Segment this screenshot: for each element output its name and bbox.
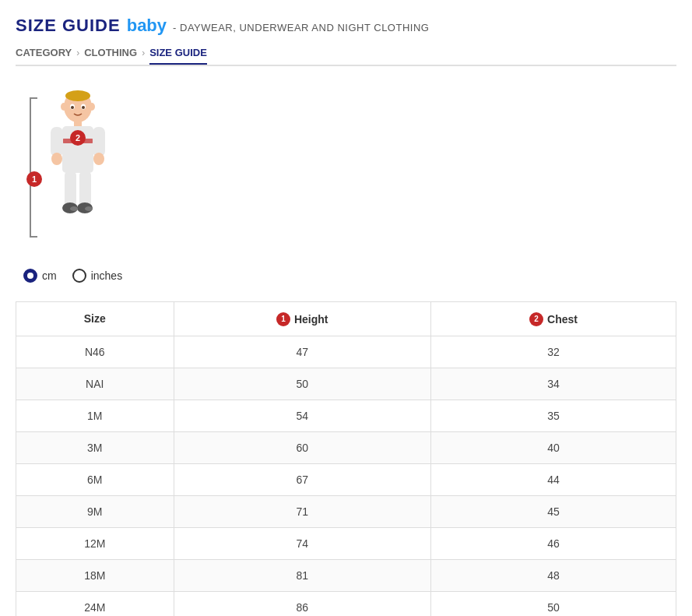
cm-label: cm — [42, 269, 57, 282]
bracket-line — [30, 97, 31, 238]
figure-area: 1 2 — [16, 90, 676, 245]
svg-point-3 — [89, 103, 95, 111]
cell-size: 1M — [16, 400, 174, 431]
bracket-top — [30, 97, 37, 99]
svg-rect-11 — [51, 127, 63, 157]
table-head: Size 1 Height 2 Chest — [16, 302, 676, 336]
page-wrapper: SIZE GUIDE baby - DAYWEAR, UNDERWEAR AND… — [0, 0, 692, 616]
cell-size: 9M — [16, 495, 174, 527]
cell-size: 12M — [16, 527, 174, 559]
cell-height: 54 — [174, 400, 430, 431]
table-row: 12M7446 — [16, 527, 676, 559]
table-row: N464732 — [16, 336, 676, 368]
cell-size: 24M — [16, 591, 174, 616]
cell-height: 81 — [174, 559, 430, 591]
cell-chest: 40 — [430, 431, 676, 463]
cell-height: 71 — [174, 495, 430, 527]
svg-point-1 — [65, 90, 90, 101]
cell-chest: 35 — [430, 400, 676, 431]
cell-height: 86 — [174, 591, 430, 616]
cell-height: 47 — [174, 336, 430, 368]
baby-figure — [43, 90, 113, 234]
baby-label: baby — [127, 16, 167, 36]
breadcrumb-sep-2: › — [142, 48, 145, 58]
table-header-row: Size 1 Height 2 Chest — [16, 302, 676, 336]
cell-size: NAI — [16, 368, 174, 400]
cell-height: 60 — [174, 431, 430, 463]
breadcrumb-clothing[interactable]: CLOTHING — [84, 47, 137, 58]
size-table: Size 1 Height 2 Chest N464732NAI50341M54… — [16, 301, 676, 616]
breadcrumb-sep-1: › — [76, 48, 79, 58]
unit-toggle: cm inches — [16, 269, 676, 283]
page-header: SIZE GUIDE baby - DAYWEAR, UNDERWEAR AND… — [16, 16, 676, 36]
cell-chest: 34 — [430, 368, 676, 400]
table-row: 9M7145 — [16, 495, 676, 527]
svg-point-19 — [70, 206, 78, 211]
cell-chest: 46 — [430, 527, 676, 559]
breadcrumb-category[interactable]: CATEGORY — [16, 47, 72, 58]
svg-rect-12 — [93, 127, 105, 157]
table-row: NAI5034 — [16, 368, 676, 400]
cell-size: 18M — [16, 559, 174, 591]
cell-size: N46 — [16, 336, 174, 368]
cell-chest: 48 — [430, 559, 676, 591]
svg-point-13 — [51, 153, 62, 165]
cm-radio[interactable] — [23, 269, 37, 283]
svg-point-7 — [82, 106, 85, 109]
cell-height: 50 — [174, 368, 430, 400]
cell-chest: 44 — [430, 463, 676, 495]
inches-label: inches — [91, 269, 122, 282]
col-size: Size — [16, 302, 174, 336]
table-body: N464732NAI50341M54353M60406M67449M714512… — [16, 336, 676, 616]
svg-rect-8 — [74, 121, 82, 127]
svg-rect-15 — [65, 171, 76, 206]
badge-chest: 2 — [70, 130, 86, 146]
cell-size: 6M — [16, 463, 174, 495]
svg-point-14 — [93, 153, 104, 165]
bracket-bot — [30, 236, 37, 238]
svg-rect-16 — [79, 171, 91, 206]
table-row: 6M6744 — [16, 463, 676, 495]
inches-option[interactable]: inches — [72, 269, 122, 283]
table-row: 3M6040 — [16, 431, 676, 463]
cell-size: 3M — [16, 431, 174, 463]
header-subtitle: - DAYWEAR, UNDERWEAR AND NIGHT CLOTHING — [173, 22, 429, 33]
cell-height: 74 — [174, 527, 430, 559]
table-row: 18M8148 — [16, 559, 676, 591]
cell-height: 67 — [174, 463, 430, 495]
figure-container: 1 2 — [23, 90, 132, 245]
svg-point-20 — [85, 206, 93, 211]
height-badge: 1 — [276, 312, 290, 326]
inches-radio[interactable] — [72, 269, 86, 283]
table-row: 24M8650 — [16, 591, 676, 616]
table-row: 1M5435 — [16, 400, 676, 431]
chest-badge: 2 — [529, 312, 543, 326]
svg-point-2 — [61, 103, 67, 111]
cm-option[interactable]: cm — [23, 269, 57, 283]
svg-point-6 — [71, 106, 74, 109]
col-height: 1 Height — [174, 302, 430, 336]
breadcrumb-size-guide[interactable]: SIZE GUIDE — [149, 47, 207, 65]
col-chest: 2 Chest — [430, 302, 676, 336]
size-guide-title: SIZE GUIDE — [16, 16, 121, 36]
badge-height: 1 — [26, 171, 42, 187]
cell-chest: 32 — [430, 336, 676, 368]
cell-chest: 45 — [430, 495, 676, 527]
breadcrumb: CATEGORY › CLOTHING › SIZE GUIDE — [16, 47, 676, 66]
cell-chest: 50 — [430, 591, 676, 616]
